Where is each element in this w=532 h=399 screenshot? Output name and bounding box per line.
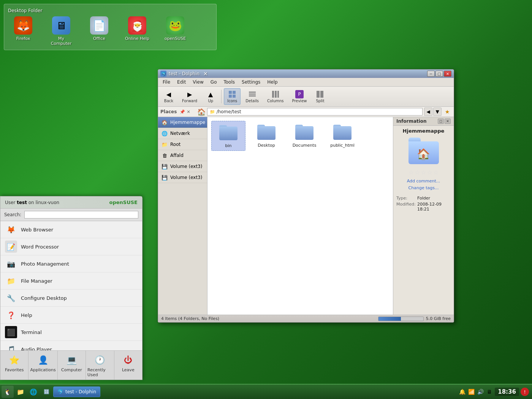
menu-item-photo-management[interactable]: 📷 Photo Management: [0, 255, 142, 272]
info-change-tags-link[interactable]: Change tags...: [393, 184, 454, 191]
systray-volume[interactable]: 🔊: [477, 388, 484, 396]
affald-icon: 🗑: [161, 152, 168, 159]
storage-progress-bar: [378, 317, 424, 321]
application-menu: User test on linux-vuon openSUSE Search:…: [0, 196, 142, 380]
desktop-icon-firefox[interactable]: 🦊 Firefox: [8, 16, 38, 46]
places-item-netvaerk[interactable]: 🌐 Netværk: [158, 128, 207, 139]
minimize-button[interactable]: −: [427, 71, 435, 77]
places-item-volume1[interactable]: 💾 Volume (ext3): [158, 161, 207, 172]
info-add-comment-link[interactable]: Add comment...: [393, 177, 454, 184]
menu-item-terminal[interactable]: ⬛ Terminal: [0, 324, 142, 341]
places-pin-btn[interactable]: 📌: [180, 109, 185, 114]
favorites-label: Favorites: [5, 367, 24, 372]
desktop-icon-office[interactable]: 📄 Office: [84, 16, 114, 46]
menu-tools[interactable]: Tools: [220, 79, 238, 86]
star-1[interactable]: ☆: [408, 169, 414, 176]
menu-settings[interactable]: Settings: [239, 79, 263, 86]
documents-label: Documents: [293, 143, 317, 148]
add-comment-anchor[interactable]: Add comment...: [407, 179, 440, 184]
nav-prev-btn[interactable]: ◀: [424, 108, 432, 116]
desktop-icon-onlinehelp[interactable]: 🎅 Online Help: [122, 16, 152, 46]
app-menu-list: 🦊 Web Browser 📝 Word Processor 📷 Photo M…: [0, 221, 142, 350]
footer-applications[interactable]: 👤 Applications: [28, 351, 57, 380]
star-2[interactable]: ☆: [415, 169, 420, 176]
location-path-text: /home/test: [217, 109, 241, 114]
footer-favorites[interactable]: ⭐ Favorites: [0, 351, 28, 380]
type-label: Type:: [396, 196, 417, 201]
taskbar-files-btn[interactable]: 📁: [14, 386, 27, 398]
toolbar-up[interactable]: ▲ Up: [202, 88, 219, 105]
star-4[interactable]: ☆: [427, 169, 432, 176]
photo-management-icon: 📷: [5, 258, 17, 270]
bookmark-btn[interactable]: ★: [443, 108, 451, 116]
taskbar-system-btn[interactable]: 🐧: [2, 386, 14, 398]
configure-desktop-label: Configure Desktop: [21, 295, 67, 301]
search-input[interactable]: [24, 211, 138, 218]
icons-view-icon: [228, 90, 236, 98]
systray-display[interactable]: 🖥: [486, 388, 493, 396]
svg-rect-6: [249, 95, 256, 97]
root-icon: 📁: [161, 141, 168, 148]
toolbar-preview[interactable]: P Preview: [289, 88, 310, 105]
systray-alert[interactable]: 🔔: [458, 388, 466, 396]
taskbar-alert-icon[interactable]: !: [521, 388, 529, 396]
menu-item-web-browser[interactable]: 🦊 Web Browser: [0, 221, 142, 238]
toolbar-icons[interactable]: Icons: [224, 88, 241, 105]
nav-dropdown-btn[interactable]: ▼: [433, 108, 442, 116]
app-menu-brand: openSUSE: [109, 200, 138, 205]
file-item-documents[interactable]: Documents: [287, 121, 321, 151]
menu-item-help[interactable]: ❓ Help: [0, 307, 142, 324]
menu-item-file-manager[interactable]: 📁 File Manager: [0, 272, 142, 290]
info-panel-close-btn[interactable]: ✕: [445, 119, 451, 124]
bin-folder-icon: [219, 124, 238, 142]
taskbar-dolphin-window[interactable]: 🐬 test - Dolphin: [53, 386, 100, 397]
menu-edit[interactable]: Edit: [174, 79, 189, 86]
menu-go[interactable]: Go: [207, 79, 220, 86]
toolbar-split[interactable]: Split: [312, 88, 328, 105]
terminal-label: Terminal: [21, 329, 42, 335]
footer-leave[interactable]: ⏻ Leave: [114, 351, 142, 380]
taskbar-network-btn[interactable]: 🌐: [27, 386, 40, 398]
audio-player-label: Audio Player: [21, 347, 52, 351]
file-item-public-html[interactable]: public_html: [325, 121, 359, 151]
star-5[interactable]: ☆: [433, 169, 439, 176]
file-item-desktop[interactable]: Desktop: [249, 121, 283, 151]
toolbar-forward[interactable]: ▶ Forward: [179, 88, 201, 105]
app-menu-search: Search:: [0, 209, 142, 221]
office-label: Office: [93, 36, 105, 41]
computer-icon: 💻: [65, 353, 78, 367]
desktop-icon-opensuse[interactable]: 🐸 openSUSE: [160, 16, 190, 46]
help-icon: ❓: [5, 309, 17, 321]
location-path: 📁 /home/test: [207, 108, 423, 116]
toolbar-back[interactable]: ◀ Back: [160, 88, 177, 105]
change-tags-anchor[interactable]: Change tags...: [408, 185, 439, 190]
taskbar-numbers-btn[interactable]: 🔢: [40, 386, 52, 398]
footer-computer[interactable]: 💻 Computer: [58, 351, 86, 380]
star-3[interactable]: ☆: [421, 169, 426, 176]
menu-item-audio-player[interactable]: 🎵 Audio Player: [0, 341, 142, 350]
menu-item-configure-desktop[interactable]: 🔧 Configure Desktop: [0, 290, 142, 307]
places-item-affald[interactable]: 🗑 Affald: [158, 150, 207, 161]
places-item-volume2[interactable]: 💾 Volume (ext3): [158, 172, 207, 183]
places-close-btn[interactable]: ✕: [187, 109, 190, 114]
desktop-icon-mycomputer[interactable]: 🖥 MyComputer: [46, 16, 76, 46]
menu-item-word-processor[interactable]: 📝 Word Processor: [0, 238, 142, 255]
svg-rect-4: [249, 92, 256, 93]
toolbar-columns[interactable]: Columns: [264, 88, 287, 105]
close-button[interactable]: ✕: [444, 71, 451, 77]
menu-view[interactable]: View: [190, 79, 206, 86]
info-panel-float-btn[interactable]: ◻: [438, 119, 444, 124]
footer-recently-used[interactable]: 🕐 Recently Used: [86, 351, 114, 380]
places-item-root[interactable]: 📁 Root: [158, 139, 207, 150]
systray-network[interactable]: 📶: [467, 388, 475, 396]
menu-file[interactable]: File: [160, 79, 173, 86]
columns-label: Columns: [267, 99, 284, 103]
file-item-bin[interactable]: bin: [211, 121, 245, 151]
up-icon: ▲: [206, 90, 215, 98]
home-location-btn[interactable]: 🏠: [197, 108, 206, 116]
volume2-label: Volume (ext3): [170, 175, 202, 180]
toolbar-details[interactable]: Details: [242, 88, 262, 105]
menu-help[interactable]: Help: [264, 79, 280, 86]
maximize-button[interactable]: □: [435, 71, 443, 77]
places-item-hjemmemappe[interactable]: 🏠 Hjemmemappe: [158, 117, 207, 128]
